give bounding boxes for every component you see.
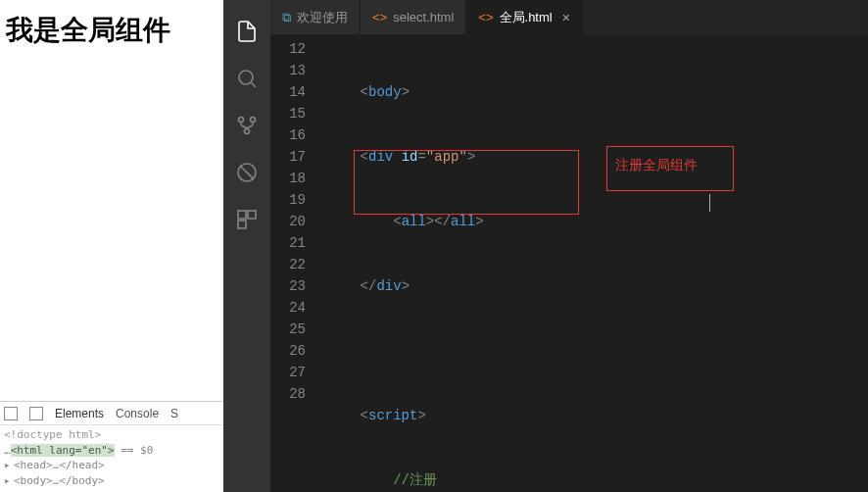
extensions-icon[interactable] [223, 196, 270, 243]
line-number: 14 [270, 81, 306, 103]
tab-global[interactable]: <> 全局.html × [466, 0, 583, 34]
devtools-tab-elements[interactable]: Elements [55, 407, 104, 420]
dom-head[interactable]: ▸<head>…</head> [4, 458, 219, 472]
line-gutter: 1213141516171819202122232425262728 [270, 34, 319, 492]
inspect-icon[interactable] [4, 407, 18, 420]
vs-logo-icon: ⧉ [282, 10, 291, 25]
editor-main: ⧉ 欢迎使用 <> select.html <> 全局.html × 12131… [270, 0, 868, 492]
devtools-tab-console[interactable]: Console [116, 407, 159, 420]
code-line: <script> [327, 405, 868, 426]
svg-point-1 [239, 118, 244, 123]
search-icon[interactable] [223, 55, 270, 102]
svg-rect-5 [238, 211, 246, 219]
svg-point-2 [251, 118, 256, 123]
line-number: 28 [270, 383, 306, 405]
line-number: 19 [270, 189, 306, 211]
line-number: 22 [270, 254, 306, 275]
code-content[interactable]: <body> <div id="app"> <all></all> </div>… [319, 34, 868, 492]
close-icon[interactable]: × [562, 10, 570, 25]
line-number: 25 [270, 319, 306, 340]
code-editor[interactable]: 1213141516171819202122232425262728 <body… [270, 34, 868, 492]
page-title: 我是全局组件 [6, 12, 223, 49]
tab-label: select.html [393, 10, 454, 25]
dom-body[interactable]: ▸<body>…</body> [4, 473, 219, 488]
line-number: 12 [270, 38, 306, 60]
devtools-tabs: Elements Console S [0, 402, 223, 425]
line-number: 24 [270, 297, 306, 319]
line-number: 16 [270, 124, 306, 146]
debug-icon[interactable] [223, 149, 270, 196]
line-number: 20 [270, 211, 306, 232]
code-line: //注册 [327, 469, 868, 491]
dom-html-open[interactable]: …<html lang="en"> == $0 [4, 443, 219, 458]
line-number: 17 [270, 146, 306, 168]
code-line: </div> [327, 275, 868, 297]
svg-point-0 [239, 71, 253, 84]
text-cursor [709, 194, 710, 212]
line-number: 26 [270, 340, 306, 362]
code-line: <body> [327, 81, 868, 103]
devtools-tab-sources[interactable]: S [170, 407, 178, 420]
line-number: 18 [270, 168, 306, 189]
code-line: <all></all> [327, 211, 868, 232]
source-control-icon[interactable] [223, 102, 270, 149]
editor-tabs: ⧉ 欢迎使用 <> select.html <> 全局.html × [270, 0, 868, 34]
html-file-icon: <> [372, 10, 387, 25]
code-line [327, 340, 868, 362]
devtools-dom-tree[interactable]: <!doctype html> …<html lang="en"> == $0 … [0, 425, 223, 492]
line-number: 23 [270, 275, 306, 297]
line-number: 15 [270, 103, 306, 124]
activity-bar [223, 0, 270, 492]
line-number: 13 [270, 60, 306, 81]
device-toolbar-icon[interactable] [29, 407, 43, 420]
html-file-icon: <> [478, 10, 493, 25]
tab-label: 全局.html [500, 9, 553, 26]
svg-point-3 [245, 129, 250, 134]
rendered-page: 我是全局组件 [0, 0, 223, 49]
devtools-panel: Elements Console S <!doctype html> …<htm… [0, 401, 223, 492]
svg-rect-7 [238, 221, 246, 228]
tab-select[interactable]: <> select.html [361, 0, 466, 34]
line-number: 21 [270, 232, 306, 254]
code-line: <div id="app"> [327, 146, 868, 168]
line-number: 27 [270, 362, 306, 383]
svg-rect-6 [248, 211, 256, 219]
vscode-panel: ⧉ 欢迎使用 <> select.html <> 全局.html × 12131… [223, 0, 868, 492]
browser-preview-panel: 我是全局组件 Elements Console S <!doctype html… [0, 0, 223, 492]
explorer-icon[interactable] [223, 8, 270, 55]
tab-welcome[interactable]: ⧉ 欢迎使用 [270, 0, 361, 34]
dom-doctype: <!doctype html> [4, 427, 219, 442]
tab-label: 欢迎使用 [297, 9, 348, 26]
